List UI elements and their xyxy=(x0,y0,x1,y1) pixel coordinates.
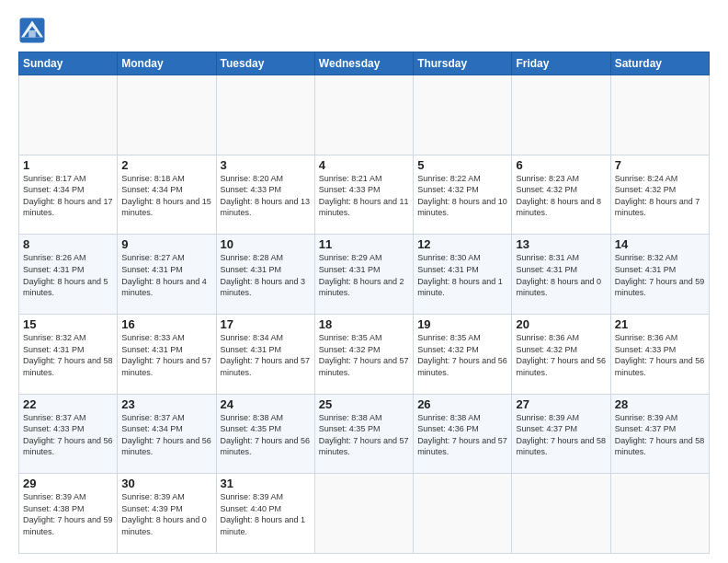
day-info: Sunrise: 8:37 AMSunset: 4:34 PMDaylight:… xyxy=(121,412,211,458)
day-number: 16 xyxy=(121,317,211,331)
day-number: 4 xyxy=(319,158,409,172)
day-info: Sunrise: 8:33 AMSunset: 4:31 PMDaylight:… xyxy=(121,332,211,378)
col-header-sunday: Sunday xyxy=(19,52,118,75)
calendar-day-12: 12Sunrise: 8:30 AMSunset: 4:31 PMDayligh… xyxy=(414,235,512,315)
calendar-week-row: 1Sunrise: 8:17 AMSunset: 4:34 PMDaylight… xyxy=(19,155,710,235)
calendar-day-30: 30Sunrise: 8:39 AMSunset: 4:39 PMDayligh… xyxy=(118,474,216,554)
calendar-day-23: 23Sunrise: 8:37 AMSunset: 4:34 PMDayligh… xyxy=(118,394,216,474)
calendar-day-2: 2Sunrise: 8:18 AMSunset: 4:34 PMDaylight… xyxy=(118,155,216,235)
calendar-day-15: 15Sunrise: 8:32 AMSunset: 4:31 PMDayligh… xyxy=(19,314,118,394)
day-info: Sunrise: 8:32 AMSunset: 4:31 PMDaylight:… xyxy=(23,332,113,378)
day-info: Sunrise: 8:38 AMSunset: 4:35 PMDaylight:… xyxy=(221,412,311,458)
day-info: Sunrise: 8:21 AMSunset: 4:33 PMDaylight:… xyxy=(319,173,409,219)
day-number: 23 xyxy=(121,397,211,411)
svg-rect-3 xyxy=(28,30,36,38)
day-number: 24 xyxy=(221,397,311,411)
day-number: 11 xyxy=(319,237,409,251)
calendar-day-19: 19Sunrise: 8:35 AMSunset: 4:32 PMDayligh… xyxy=(414,314,512,394)
day-info: Sunrise: 8:37 AMSunset: 4:33 PMDaylight:… xyxy=(23,412,113,458)
day-number: 14 xyxy=(615,237,705,251)
calendar-day-empty xyxy=(314,75,413,155)
calendar-day-empty xyxy=(512,474,610,554)
day-info: Sunrise: 8:32 AMSunset: 4:31 PMDaylight:… xyxy=(615,252,705,298)
day-number: 26 xyxy=(417,397,507,411)
calendar-day-8: 8Sunrise: 8:26 AMSunset: 4:31 PMDaylight… xyxy=(19,235,118,315)
page-header xyxy=(18,17,710,44)
day-number: 17 xyxy=(221,317,311,331)
calendar-day-21: 21Sunrise: 8:36 AMSunset: 4:33 PMDayligh… xyxy=(610,314,709,394)
calendar-day-empty xyxy=(118,75,216,155)
calendar-week-row: 22Sunrise: 8:37 AMSunset: 4:33 PMDayligh… xyxy=(19,394,710,474)
day-number: 13 xyxy=(516,237,606,251)
day-number: 8 xyxy=(23,237,113,251)
day-number: 2 xyxy=(121,158,211,172)
calendar-day-7: 7Sunrise: 8:24 AMSunset: 4:32 PMDaylight… xyxy=(610,155,709,235)
calendar-day-16: 16Sunrise: 8:33 AMSunset: 4:31 PMDayligh… xyxy=(118,314,216,394)
day-number: 29 xyxy=(23,477,113,490)
day-info: Sunrise: 8:38 AMSunset: 4:35 PMDaylight:… xyxy=(319,412,409,458)
calendar-week-row: 15Sunrise: 8:32 AMSunset: 4:31 PMDayligh… xyxy=(19,314,710,394)
day-number: 10 xyxy=(221,237,311,251)
logo-icon xyxy=(18,17,46,44)
calendar-day-20: 20Sunrise: 8:36 AMSunset: 4:32 PMDayligh… xyxy=(512,314,610,394)
day-number: 25 xyxy=(319,397,409,411)
logo xyxy=(18,17,50,44)
col-header-monday: Monday xyxy=(118,52,216,75)
day-info: Sunrise: 8:22 AMSunset: 4:32 PMDaylight:… xyxy=(417,173,507,219)
calendar-day-3: 3Sunrise: 8:20 AMSunset: 4:33 PMDaylight… xyxy=(216,155,314,235)
day-number: 21 xyxy=(615,317,705,331)
calendar-week-row: 29Sunrise: 8:39 AMSunset: 4:38 PMDayligh… xyxy=(19,474,710,554)
col-header-wednesday: Wednesday xyxy=(314,52,413,75)
day-number: 22 xyxy=(23,397,113,411)
day-info: Sunrise: 8:31 AMSunset: 4:31 PMDaylight:… xyxy=(516,252,606,298)
day-info: Sunrise: 8:38 AMSunset: 4:36 PMDaylight:… xyxy=(417,412,507,458)
day-number: 9 xyxy=(121,237,211,251)
calendar-day-25: 25Sunrise: 8:38 AMSunset: 4:35 PMDayligh… xyxy=(314,394,413,474)
calendar-day-5: 5Sunrise: 8:22 AMSunset: 4:32 PMDaylight… xyxy=(414,155,512,235)
day-number: 18 xyxy=(319,317,409,331)
col-header-tuesday: Tuesday xyxy=(216,52,314,75)
calendar-day-18: 18Sunrise: 8:35 AMSunset: 4:32 PMDayligh… xyxy=(314,314,413,394)
day-info: Sunrise: 8:26 AMSunset: 4:31 PMDaylight:… xyxy=(23,252,113,298)
day-info: Sunrise: 8:39 AMSunset: 4:40 PMDaylight:… xyxy=(221,491,311,537)
calendar-day-empty xyxy=(19,75,118,155)
day-info: Sunrise: 8:28 AMSunset: 4:31 PMDaylight:… xyxy=(221,252,311,298)
col-header-saturday: Saturday xyxy=(610,52,709,75)
calendar-day-22: 22Sunrise: 8:37 AMSunset: 4:33 PMDayligh… xyxy=(19,394,118,474)
day-number: 15 xyxy=(23,317,113,331)
col-header-friday: Friday xyxy=(512,52,610,75)
calendar-day-empty xyxy=(414,75,512,155)
day-info: Sunrise: 8:20 AMSunset: 4:33 PMDaylight:… xyxy=(221,173,311,219)
day-info: Sunrise: 8:39 AMSunset: 4:38 PMDaylight:… xyxy=(23,491,113,537)
day-info: Sunrise: 8:35 AMSunset: 4:32 PMDaylight:… xyxy=(319,332,409,378)
day-number: 5 xyxy=(417,158,507,172)
day-info: Sunrise: 8:39 AMSunset: 4:37 PMDaylight:… xyxy=(615,412,705,458)
day-info: Sunrise: 8:35 AMSunset: 4:32 PMDaylight:… xyxy=(417,332,507,378)
day-number: 30 xyxy=(121,477,211,490)
day-number: 6 xyxy=(516,158,606,172)
calendar-day-29: 29Sunrise: 8:39 AMSunset: 4:38 PMDayligh… xyxy=(19,474,118,554)
day-number: 31 xyxy=(221,477,311,490)
calendar-day-28: 28Sunrise: 8:39 AMSunset: 4:37 PMDayligh… xyxy=(610,394,709,474)
calendar-day-empty xyxy=(610,474,709,554)
day-number: 12 xyxy=(417,237,507,251)
day-info: Sunrise: 8:36 AMSunset: 4:32 PMDaylight:… xyxy=(516,332,606,378)
calendar-day-24: 24Sunrise: 8:38 AMSunset: 4:35 PMDayligh… xyxy=(216,394,314,474)
day-info: Sunrise: 8:17 AMSunset: 4:34 PMDaylight:… xyxy=(23,173,113,219)
calendar-day-empty xyxy=(610,75,709,155)
calendar-day-empty xyxy=(414,474,512,554)
calendar-day-1: 1Sunrise: 8:17 AMSunset: 4:34 PMDaylight… xyxy=(19,155,118,235)
calendar-day-empty xyxy=(314,474,413,554)
day-number: 27 xyxy=(516,397,606,411)
calendar-week-row xyxy=(19,75,710,155)
calendar-day-17: 17Sunrise: 8:34 AMSunset: 4:31 PMDayligh… xyxy=(216,314,314,394)
day-info: Sunrise: 8:23 AMSunset: 4:32 PMDaylight:… xyxy=(516,173,606,219)
day-number: 20 xyxy=(516,317,606,331)
col-header-thursday: Thursday xyxy=(414,52,512,75)
day-info: Sunrise: 8:27 AMSunset: 4:31 PMDaylight:… xyxy=(121,252,211,298)
day-info: Sunrise: 8:30 AMSunset: 4:31 PMDaylight:… xyxy=(417,252,507,298)
calendar-day-13: 13Sunrise: 8:31 AMSunset: 4:31 PMDayligh… xyxy=(512,235,610,315)
calendar-day-4: 4Sunrise: 8:21 AMSunset: 4:33 PMDaylight… xyxy=(314,155,413,235)
calendar-day-6: 6Sunrise: 8:23 AMSunset: 4:32 PMDaylight… xyxy=(512,155,610,235)
day-info: Sunrise: 8:29 AMSunset: 4:31 PMDaylight:… xyxy=(319,252,409,298)
